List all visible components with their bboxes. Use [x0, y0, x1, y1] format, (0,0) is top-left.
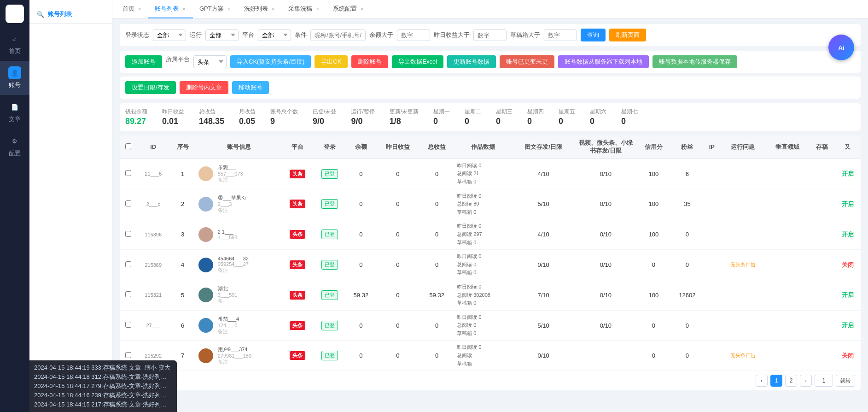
row-video-post: 0/10 [575, 159, 636, 189]
tab-collect[interactable]: 采集洗稿 × [282, 0, 326, 18]
delete-account-button[interactable]: 删除账号 [351, 55, 388, 68]
row-account-info: 湖北___ 3___591 备 [196, 280, 282, 310]
row-vertical [766, 219, 809, 250]
update-data-button[interactable]: 更新账号数据 [447, 55, 496, 68]
col-extra: 又 [835, 135, 861, 159]
tab-collect-close[interactable]: × [315, 6, 320, 12]
row-platform: 头条 [282, 280, 313, 310]
col-total-income: 总收益 [419, 135, 454, 159]
table-row: 215369 4 454664___32 059254___27 备注 头条 已… [120, 250, 861, 280]
export-excel-button[interactable]: 导出数据Excel [392, 55, 443, 68]
run-label: 运行 [190, 31, 202, 39]
sec-header: 🔍 账号列表 [29, 6, 112, 24]
log-line: 2024-04-15 18:44:17 279:存稿系统-文章-洗好列表没 [34, 382, 172, 391]
sidebar-item-config[interactable]: ⚙ 配置 [0, 129, 29, 163]
platform-select-label: 所属平台 [166, 55, 190, 68]
row-works-data: 昨日阅读 0 总阅读 21 草稿箱 0 [454, 159, 512, 189]
row-vertical [766, 280, 809, 310]
yesterday-income-input[interactable] [473, 29, 507, 41]
page-1-btn[interactable]: 1 [770, 375, 782, 387]
row-draft [809, 159, 835, 189]
next-page-btn[interactable]: › [800, 375, 812, 387]
stat-updated: 更新/未更新 1/8 [390, 108, 419, 126]
row-balance: 0 [346, 159, 376, 189]
col-balance: 余额 [346, 135, 376, 159]
row-credit: 0 [636, 250, 671, 280]
row-seq: 5 [170, 280, 196, 310]
row-yesterday: 0 [376, 189, 419, 219]
tab-system-config[interactable]: 系统配置 × [326, 0, 371, 18]
run-select[interactable]: 全部运行暂停 [205, 29, 239, 41]
delete-content-button[interactable]: 删除号内文章 [180, 81, 228, 94]
row-seq: 6 [170, 310, 196, 341]
table-row: 2___c 2 黍___苹果Ki 2___3 备注 头条 已登 0 0 0 昨日… [120, 189, 861, 219]
tab-home-close[interactable]: × [137, 6, 142, 12]
export-ck-button[interactable]: 导出CK [315, 55, 348, 68]
log-line: 2024-04-15 18:44:19 333:存稿系统-文章- 缩小 变大 [34, 363, 172, 372]
row-checkbox[interactable] [120, 159, 137, 189]
tab-home[interactable]: 首页 × [116, 0, 148, 18]
row-checkbox[interactable] [120, 280, 137, 310]
account-icon: 👤 [8, 66, 21, 79]
row-checkbox[interactable] [120, 219, 137, 250]
log-panel: 2024-04-15 18:44:19 333:存稿系统-文章- 缩小 变大20… [29, 360, 177, 412]
platform-action-select[interactable]: 头条百度 [193, 55, 227, 68]
prev-page-btn[interactable]: ‹ [756, 375, 768, 387]
tab-wash-list[interactable]: 洗好列表 × [238, 0, 282, 18]
download-local-button[interactable]: 账号数据从服务器下载列本地 [558, 55, 649, 68]
mark-changed-button[interactable]: 账号已更变未更 [500, 55, 554, 68]
row-ip [704, 250, 720, 280]
sidebar-item-account[interactable]: 👤 账号 [0, 61, 29, 95]
row-account-info: 番茄___4 124___0 备注 [196, 310, 282, 341]
balance-input[interactable] [397, 29, 430, 41]
table-header-row: ID 序号 账号信息 平台 登录 余额 昨日收益 总收益 作品数据 图文存发/日… [120, 135, 861, 159]
row-credit: 100 [636, 280, 671, 310]
search-input[interactable] [310, 29, 366, 41]
row-works-data: 昨日阅读 0 总阅读 0 草稿箱 0 [454, 250, 512, 280]
row-credit: 100 [636, 159, 671, 189]
import-ck-button[interactable]: 导入CK(暂支持头条/百度) [230, 55, 311, 68]
tab-gpt-close[interactable]: × [227, 6, 231, 12]
page-goto-button[interactable]: 就转 [836, 375, 855, 387]
tab-account-list[interactable]: 账号列表 × [148, 0, 192, 18]
draft-input[interactable] [544, 29, 577, 41]
page-goto-input[interactable] [815, 375, 833, 387]
row-vertical [766, 341, 809, 371]
tab-system-config-close[interactable]: × [360, 6, 364, 12]
row-run-issue: 无头条广告 [720, 250, 766, 280]
row-video-post: 0/10 [575, 280, 636, 310]
row-works-data: 昨日阅读 0 总阅读 80 草稿箱 0 [454, 189, 512, 219]
row-seq: 3 [170, 219, 196, 250]
platform-select[interactable]: 全部头条百度 [258, 29, 291, 41]
ai-badge[interactable]: Ai [828, 35, 854, 60]
sidebar-item-article[interactable]: 📄 文章 [0, 95, 29, 129]
set-limit-button[interactable]: 设置日限/存发 [125, 81, 176, 94]
row-total: 0 [419, 310, 454, 341]
tab-gpt[interactable]: GPT方案 × [193, 0, 238, 18]
select-all-checkbox[interactable] [125, 143, 131, 149]
refresh-button[interactable]: 刷新页面 [609, 29, 646, 41]
stat-month-income: 月收益 0.05 [239, 108, 256, 126]
svg-rect-2 [10, 14, 14, 19]
page-2-btn[interactable]: 2 [785, 375, 797, 387]
row-seq: 2 [170, 189, 196, 219]
stat-sat: 星期六 0 [590, 108, 606, 126]
move-account-button[interactable]: 移动账号 [232, 81, 269, 94]
tab-account-list-close[interactable]: × [181, 6, 186, 12]
row-checkbox[interactable] [120, 250, 137, 280]
row-checkbox[interactable] [120, 310, 137, 341]
row-works-data: 昨日阅读 0 总阅读 302008 草稿箱 0 [454, 280, 512, 310]
stat-sun: 星期七 0 [621, 108, 638, 126]
upload-server-button[interactable]: 账号数据本地传服务器保存 [652, 55, 737, 68]
row-login: 已登 [313, 189, 346, 219]
row-checkbox[interactable] [120, 189, 137, 219]
tab-wash-list-close[interactable]: × [271, 6, 275, 12]
sidebar-item-home[interactable]: ⌂ 首页 [0, 27, 29, 61]
add-account-button[interactable]: 添加账号 [125, 55, 162, 68]
row-fans: 12602 [671, 280, 704, 310]
query-button[interactable]: 查询 [581, 29, 606, 41]
row-platform: 头条 [282, 310, 313, 341]
row-status: 开启 [835, 219, 861, 250]
login-status-select[interactable]: 全部已登未登 [153, 29, 186, 41]
col-seq: 序号 [170, 135, 196, 159]
